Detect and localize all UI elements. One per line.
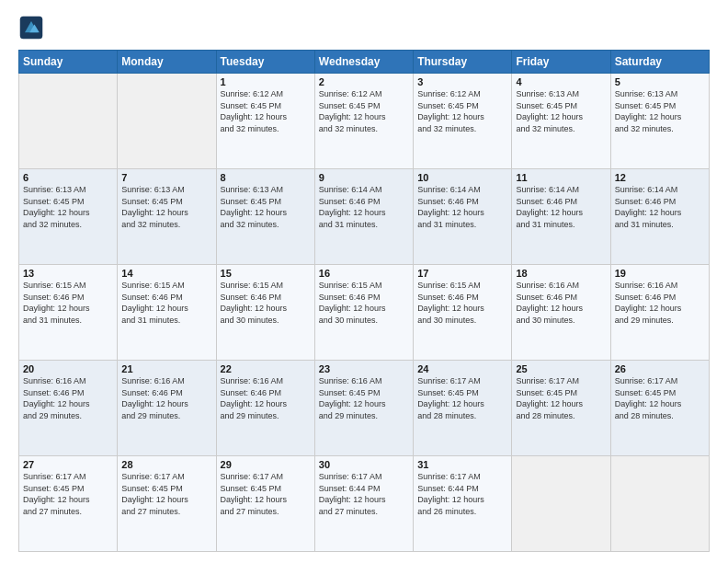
- day-info: Sunrise: 6:17 AM Sunset: 6:44 PM Dayligh…: [319, 471, 409, 517]
- day-number: 16: [319, 268, 409, 279]
- calendar-cell: 25Sunrise: 6:17 AM Sunset: 6:45 PM Dayli…: [512, 361, 610, 456]
- day-number: 31: [417, 459, 507, 470]
- calendar-cell: 13Sunrise: 6:15 AM Sunset: 6:46 PM Dayli…: [19, 265, 118, 361]
- calendar-cell: 31Sunrise: 6:17 AM Sunset: 6:44 PM Dayli…: [414, 456, 512, 552]
- day-info: Sunrise: 6:16 AM Sunset: 6:46 PM Dayligh…: [516, 280, 606, 326]
- day-number: 6: [23, 172, 113, 183]
- calendar-cell: 23Sunrise: 6:16 AM Sunset: 6:45 PM Dayli…: [314, 361, 413, 456]
- day-number: 24: [417, 363, 507, 374]
- calendar-cell: [512, 456, 610, 552]
- calendar-cell: [19, 74, 118, 169]
- weekday-header-friday: Friday: [512, 51, 610, 74]
- day-info: Sunrise: 6:14 AM Sunset: 6:46 PM Dayligh…: [319, 184, 409, 230]
- day-number: 19: [615, 268, 705, 279]
- logo-icon: [18, 15, 44, 40]
- calendar-table: SundayMondayTuesdayWednesdayThursdayFrid…: [18, 50, 710, 552]
- day-info: Sunrise: 6:17 AM Sunset: 6:45 PM Dayligh…: [417, 375, 507, 421]
- day-number: 22: [221, 363, 311, 374]
- day-number: 14: [121, 268, 211, 279]
- calendar-week-2: 6Sunrise: 6:13 AM Sunset: 6:45 PM Daylig…: [19, 169, 710, 265]
- day-info: Sunrise: 6:15 AM Sunset: 6:46 PM Dayligh…: [121, 280, 211, 326]
- weekday-header-row: SundayMondayTuesdayWednesdayThursdayFrid…: [19, 51, 710, 74]
- calendar-cell: 8Sunrise: 6:13 AM Sunset: 6:45 PM Daylig…: [216, 169, 314, 265]
- calendar-week-5: 27Sunrise: 6:17 AM Sunset: 6:45 PM Dayli…: [19, 456, 710, 552]
- day-info: Sunrise: 6:15 AM Sunset: 6:46 PM Dayligh…: [221, 280, 311, 326]
- calendar-cell: 16Sunrise: 6:15 AM Sunset: 6:46 PM Dayli…: [314, 265, 413, 361]
- calendar-cell: 19Sunrise: 6:16 AM Sunset: 6:46 PM Dayli…: [610, 265, 709, 361]
- calendar-cell: 30Sunrise: 6:17 AM Sunset: 6:44 PM Dayli…: [314, 456, 413, 552]
- day-number: 2: [319, 76, 409, 87]
- weekday-header-monday: Monday: [118, 51, 216, 74]
- day-info: Sunrise: 6:17 AM Sunset: 6:45 PM Dayligh…: [121, 471, 211, 517]
- day-number: 8: [221, 172, 311, 183]
- day-number: 18: [516, 268, 606, 279]
- day-info: Sunrise: 6:15 AM Sunset: 6:46 PM Dayligh…: [319, 280, 409, 326]
- day-info: Sunrise: 6:14 AM Sunset: 6:46 PM Dayligh…: [417, 184, 507, 230]
- day-info: Sunrise: 6:13 AM Sunset: 6:45 PM Dayligh…: [615, 88, 705, 134]
- weekday-header-sunday: Sunday: [19, 51, 118, 74]
- calendar-cell: 4Sunrise: 6:13 AM Sunset: 6:45 PM Daylig…: [512, 74, 610, 169]
- day-number: 20: [23, 363, 113, 374]
- day-number: 13: [23, 268, 113, 279]
- calendar-cell: 20Sunrise: 6:16 AM Sunset: 6:46 PM Dayli…: [19, 361, 118, 456]
- day-number: 7: [121, 172, 211, 183]
- calendar-cell: 14Sunrise: 6:15 AM Sunset: 6:46 PM Dayli…: [118, 265, 216, 361]
- weekday-header-saturday: Saturday: [610, 51, 709, 74]
- day-info: Sunrise: 6:15 AM Sunset: 6:46 PM Dayligh…: [417, 280, 507, 326]
- day-number: 29: [221, 459, 311, 470]
- day-number: 3: [417, 76, 507, 87]
- day-info: Sunrise: 6:14 AM Sunset: 6:46 PM Dayligh…: [615, 184, 705, 230]
- calendar-cell: 5Sunrise: 6:13 AM Sunset: 6:45 PM Daylig…: [610, 74, 709, 169]
- calendar-cell: 11Sunrise: 6:14 AM Sunset: 6:46 PM Dayli…: [512, 169, 610, 265]
- day-info: Sunrise: 6:16 AM Sunset: 6:46 PM Dayligh…: [121, 375, 211, 421]
- day-number: 25: [516, 363, 606, 374]
- day-number: 15: [221, 268, 311, 279]
- day-info: Sunrise: 6:15 AM Sunset: 6:46 PM Dayligh…: [23, 280, 113, 326]
- calendar-cell: 6Sunrise: 6:13 AM Sunset: 6:45 PM Daylig…: [19, 169, 118, 265]
- day-info: Sunrise: 6:17 AM Sunset: 6:45 PM Dayligh…: [221, 471, 311, 517]
- day-number: 5: [615, 76, 705, 87]
- day-number: 10: [417, 172, 507, 183]
- day-number: 26: [615, 363, 705, 374]
- calendar-cell: 28Sunrise: 6:17 AM Sunset: 6:45 PM Dayli…: [118, 456, 216, 552]
- day-number: 17: [417, 268, 507, 279]
- calendar-cell: 27Sunrise: 6:17 AM Sunset: 6:45 PM Dayli…: [19, 456, 118, 552]
- day-info: Sunrise: 6:17 AM Sunset: 6:44 PM Dayligh…: [417, 471, 507, 517]
- calendar-cell: 26Sunrise: 6:17 AM Sunset: 6:45 PM Dayli…: [610, 361, 709, 456]
- logo: [18, 15, 48, 40]
- day-info: Sunrise: 6:13 AM Sunset: 6:45 PM Dayligh…: [121, 184, 211, 230]
- day-info: Sunrise: 6:13 AM Sunset: 6:45 PM Dayligh…: [221, 184, 311, 230]
- calendar-cell: 1Sunrise: 6:12 AM Sunset: 6:45 PM Daylig…: [216, 74, 314, 169]
- day-info: Sunrise: 6:13 AM Sunset: 6:45 PM Dayligh…: [516, 88, 606, 134]
- day-info: Sunrise: 6:12 AM Sunset: 6:45 PM Dayligh…: [221, 88, 311, 134]
- calendar-cell: 21Sunrise: 6:16 AM Sunset: 6:46 PM Dayli…: [118, 361, 216, 456]
- calendar-cell: 24Sunrise: 6:17 AM Sunset: 6:45 PM Dayli…: [414, 361, 512, 456]
- calendar-week-4: 20Sunrise: 6:16 AM Sunset: 6:46 PM Dayli…: [19, 361, 710, 456]
- weekday-header-tuesday: Tuesday: [216, 51, 314, 74]
- day-info: Sunrise: 6:14 AM Sunset: 6:46 PM Dayligh…: [516, 184, 606, 230]
- day-number: 1: [221, 76, 311, 87]
- calendar-cell: 18Sunrise: 6:16 AM Sunset: 6:46 PM Dayli…: [512, 265, 610, 361]
- calendar-cell: 10Sunrise: 6:14 AM Sunset: 6:46 PM Dayli…: [414, 169, 512, 265]
- day-info: Sunrise: 6:17 AM Sunset: 6:45 PM Dayligh…: [516, 375, 606, 421]
- calendar-cell: [118, 74, 216, 169]
- calendar-cell: 17Sunrise: 6:15 AM Sunset: 6:46 PM Dayli…: [414, 265, 512, 361]
- day-number: 9: [319, 172, 409, 183]
- page: SundayMondayTuesdayWednesdayThursdayFrid…: [0, 0, 728, 563]
- calendar-week-3: 13Sunrise: 6:15 AM Sunset: 6:46 PM Dayli…: [19, 265, 710, 361]
- day-number: 12: [615, 172, 705, 183]
- day-info: Sunrise: 6:12 AM Sunset: 6:45 PM Dayligh…: [319, 88, 409, 134]
- day-number: 30: [319, 459, 409, 470]
- day-number: 27: [23, 459, 113, 470]
- day-number: 21: [121, 363, 211, 374]
- day-info: Sunrise: 6:16 AM Sunset: 6:45 PM Dayligh…: [319, 375, 409, 421]
- day-info: Sunrise: 6:17 AM Sunset: 6:45 PM Dayligh…: [615, 375, 705, 421]
- day-info: Sunrise: 6:16 AM Sunset: 6:46 PM Dayligh…: [615, 280, 705, 326]
- day-number: 11: [516, 172, 606, 183]
- calendar-cell: 12Sunrise: 6:14 AM Sunset: 6:46 PM Dayli…: [610, 169, 709, 265]
- calendar-cell: [610, 456, 709, 552]
- calendar-cell: 7Sunrise: 6:13 AM Sunset: 6:45 PM Daylig…: [118, 169, 216, 265]
- header: [18, 15, 710, 40]
- day-info: Sunrise: 6:12 AM Sunset: 6:45 PM Dayligh…: [417, 88, 507, 134]
- day-info: Sunrise: 6:16 AM Sunset: 6:46 PM Dayligh…: [221, 375, 311, 421]
